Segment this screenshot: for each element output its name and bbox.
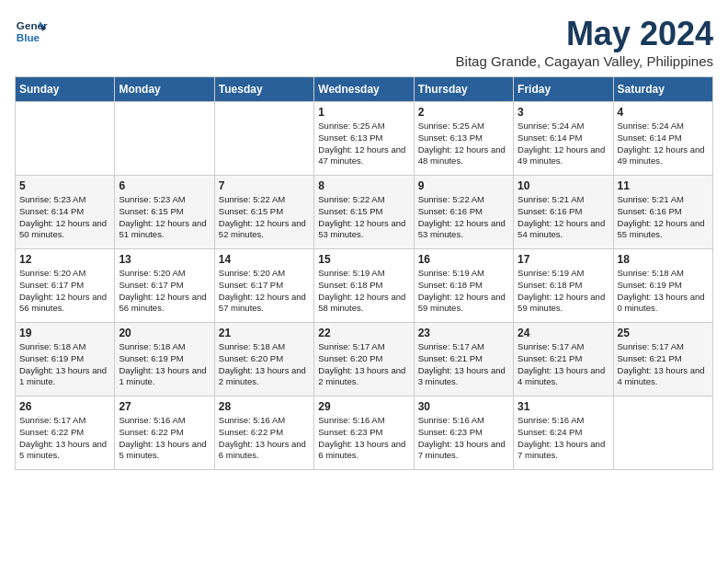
day-number: 29 <box>318 400 409 413</box>
day-header-wednesday: Wednesday <box>314 77 414 102</box>
calendar-cell <box>16 102 115 176</box>
day-number: 31 <box>518 400 609 413</box>
logo: General Blue <box>15 15 48 48</box>
calendar-cell: 4Sunrise: 5:24 AM Sunset: 6:14 PM Daylig… <box>613 102 712 176</box>
day-number: 15 <box>318 253 409 266</box>
calendar-cell: 28Sunrise: 5:16 AM Sunset: 6:22 PM Dayli… <box>214 396 313 470</box>
calendar-cell: 12Sunrise: 5:20 AM Sunset: 6:17 PM Dayli… <box>16 249 115 323</box>
day-number: 14 <box>219 253 310 266</box>
day-header-sunday: Sunday <box>16 77 115 102</box>
calendar-cell: 19Sunrise: 5:18 AM Sunset: 6:19 PM Dayli… <box>16 323 115 396</box>
calendar-cell: 1Sunrise: 5:25 AM Sunset: 6:13 PM Daylig… <box>314 102 414 176</box>
day-header-thursday: Thursday <box>414 77 513 102</box>
cell-info: Sunrise: 5:19 AM Sunset: 6:18 PM Dayligh… <box>418 268 509 315</box>
day-header-saturday: Saturday <box>613 77 712 102</box>
page-header: General Blue May 2024 Bitag Grande, Caga… <box>15 15 713 69</box>
cell-info: Sunrise: 5:16 AM Sunset: 6:22 PM Dayligh… <box>219 415 310 462</box>
cell-info: Sunrise: 5:19 AM Sunset: 6:18 PM Dayligh… <box>518 268 609 315</box>
calendar-cell: 10Sunrise: 5:21 AM Sunset: 6:16 PM Dayli… <box>514 176 613 249</box>
day-number: 1 <box>318 106 409 119</box>
calendar-cell: 7Sunrise: 5:22 AM Sunset: 6:15 PM Daylig… <box>214 176 313 249</box>
day-number: 18 <box>618 253 709 266</box>
cell-info: Sunrise: 5:16 AM Sunset: 6:23 PM Dayligh… <box>318 415 409 462</box>
calendar-cell: 23Sunrise: 5:17 AM Sunset: 6:21 PM Dayli… <box>414 323 513 396</box>
cell-info: Sunrise: 5:22 AM Sunset: 6:15 PM Dayligh… <box>219 194 310 241</box>
day-number: 4 <box>618 106 709 119</box>
day-number: 3 <box>518 106 609 119</box>
day-number: 10 <box>518 179 609 192</box>
calendar-cell: 20Sunrise: 5:18 AM Sunset: 6:19 PM Dayli… <box>115 323 214 396</box>
day-number: 17 <box>518 253 609 266</box>
week-row-4: 19Sunrise: 5:18 AM Sunset: 6:19 PM Dayli… <box>16 323 713 396</box>
cell-info: Sunrise: 5:25 AM Sunset: 6:13 PM Dayligh… <box>418 121 509 167</box>
week-row-5: 26Sunrise: 5:17 AM Sunset: 6:22 PM Dayli… <box>16 396 713 470</box>
logo-icon: General Blue <box>15 15 48 48</box>
cell-info: Sunrise: 5:19 AM Sunset: 6:18 PM Dayligh… <box>318 268 409 315</box>
cell-info: Sunrise: 5:16 AM Sunset: 6:23 PM Dayligh… <box>418 415 509 462</box>
day-number: 2 <box>418 106 509 119</box>
day-header-monday: Monday <box>115 77 214 102</box>
calendar-cell: 21Sunrise: 5:18 AM Sunset: 6:20 PM Dayli… <box>214 323 313 396</box>
calendar-cell: 29Sunrise: 5:16 AM Sunset: 6:23 PM Dayli… <box>314 396 414 470</box>
location-title: Bitag Grande, Cagayan Valley, Philippine… <box>456 53 713 69</box>
day-number: 13 <box>119 253 210 266</box>
cell-info: Sunrise: 5:18 AM Sunset: 6:20 PM Dayligh… <box>219 341 310 388</box>
svg-text:Blue: Blue <box>17 31 40 43</box>
cell-info: Sunrise: 5:17 AM Sunset: 6:21 PM Dayligh… <box>418 341 509 388</box>
day-header-friday: Friday <box>514 77 613 102</box>
calendar-cell: 8Sunrise: 5:22 AM Sunset: 6:15 PM Daylig… <box>314 176 414 249</box>
day-number: 21 <box>219 327 310 339</box>
day-number: 28 <box>219 400 310 413</box>
calendar-cell: 16Sunrise: 5:19 AM Sunset: 6:18 PM Dayli… <box>414 249 513 323</box>
calendar-cell: 15Sunrise: 5:19 AM Sunset: 6:18 PM Dayli… <box>314 249 414 323</box>
day-header-tuesday: Tuesday <box>214 77 313 102</box>
calendar-cell: 11Sunrise: 5:21 AM Sunset: 6:16 PM Dayli… <box>613 176 712 249</box>
cell-info: Sunrise: 5:16 AM Sunset: 6:22 PM Dayligh… <box>119 415 210 462</box>
cell-info: Sunrise: 5:22 AM Sunset: 6:16 PM Dayligh… <box>418 194 509 241</box>
day-number: 20 <box>119 327 210 339</box>
day-number: 27 <box>119 400 210 413</box>
calendar-cell: 26Sunrise: 5:17 AM Sunset: 6:22 PM Dayli… <box>16 396 115 470</box>
cell-info: Sunrise: 5:17 AM Sunset: 6:22 PM Dayligh… <box>19 415 110 462</box>
day-number: 24 <box>518 327 609 339</box>
day-number: 16 <box>418 253 509 266</box>
day-number: 23 <box>418 327 509 339</box>
calendar-cell: 24Sunrise: 5:17 AM Sunset: 6:21 PM Dayli… <box>514 323 613 396</box>
calendar-cell: 31Sunrise: 5:16 AM Sunset: 6:24 PM Dayli… <box>514 396 613 470</box>
day-number: 30 <box>418 400 509 413</box>
calendar-cell: 14Sunrise: 5:20 AM Sunset: 6:17 PM Dayli… <box>214 249 313 323</box>
day-number: 9 <box>418 179 509 192</box>
cell-info: Sunrise: 5:18 AM Sunset: 6:19 PM Dayligh… <box>618 268 709 315</box>
day-number: 7 <box>219 179 310 192</box>
cell-info: Sunrise: 5:17 AM Sunset: 6:21 PM Dayligh… <box>518 341 609 388</box>
calendar-cell: 25Sunrise: 5:17 AM Sunset: 6:21 PM Dayli… <box>613 323 712 396</box>
day-number: 22 <box>318 327 409 339</box>
calendar-cell: 5Sunrise: 5:23 AM Sunset: 6:14 PM Daylig… <box>16 176 115 249</box>
calendar-cell: 17Sunrise: 5:19 AM Sunset: 6:18 PM Dayli… <box>514 249 613 323</box>
cell-info: Sunrise: 5:20 AM Sunset: 6:17 PM Dayligh… <box>219 268 310 315</box>
cell-info: Sunrise: 5:20 AM Sunset: 6:17 PM Dayligh… <box>119 268 210 315</box>
cell-info: Sunrise: 5:20 AM Sunset: 6:17 PM Dayligh… <box>19 268 110 315</box>
week-row-2: 5Sunrise: 5:23 AM Sunset: 6:14 PM Daylig… <box>16 176 713 249</box>
day-number: 19 <box>19 327 110 339</box>
title-block: May 2024 Bitag Grande, Cagayan Valley, P… <box>456 15 713 69</box>
calendar-cell <box>214 102 313 176</box>
calendar-cell: 13Sunrise: 5:20 AM Sunset: 6:17 PM Dayli… <box>115 249 214 323</box>
day-number: 11 <box>618 179 709 192</box>
cell-info: Sunrise: 5:18 AM Sunset: 6:19 PM Dayligh… <box>19 341 110 388</box>
day-number: 26 <box>19 400 110 413</box>
calendar-cell: 6Sunrise: 5:23 AM Sunset: 6:15 PM Daylig… <box>115 176 214 249</box>
calendar-cell: 18Sunrise: 5:18 AM Sunset: 6:19 PM Dayli… <box>613 249 712 323</box>
calendar-cell: 22Sunrise: 5:17 AM Sunset: 6:20 PM Dayli… <box>314 323 414 396</box>
week-row-1: 1Sunrise: 5:25 AM Sunset: 6:13 PM Daylig… <box>16 102 713 176</box>
calendar-cell: 9Sunrise: 5:22 AM Sunset: 6:16 PM Daylig… <box>414 176 513 249</box>
day-number: 5 <box>19 179 110 192</box>
cell-info: Sunrise: 5:23 AM Sunset: 6:15 PM Dayligh… <box>119 194 210 241</box>
calendar-cell <box>613 396 712 470</box>
calendar-cell: 2Sunrise: 5:25 AM Sunset: 6:13 PM Daylig… <box>414 102 513 176</box>
cell-info: Sunrise: 5:22 AM Sunset: 6:15 PM Dayligh… <box>318 194 409 241</box>
day-number: 8 <box>318 179 409 192</box>
cell-info: Sunrise: 5:17 AM Sunset: 6:20 PM Dayligh… <box>318 341 409 388</box>
calendar-cell: 3Sunrise: 5:24 AM Sunset: 6:14 PM Daylig… <box>514 102 613 176</box>
cell-info: Sunrise: 5:17 AM Sunset: 6:21 PM Dayligh… <box>618 341 709 388</box>
